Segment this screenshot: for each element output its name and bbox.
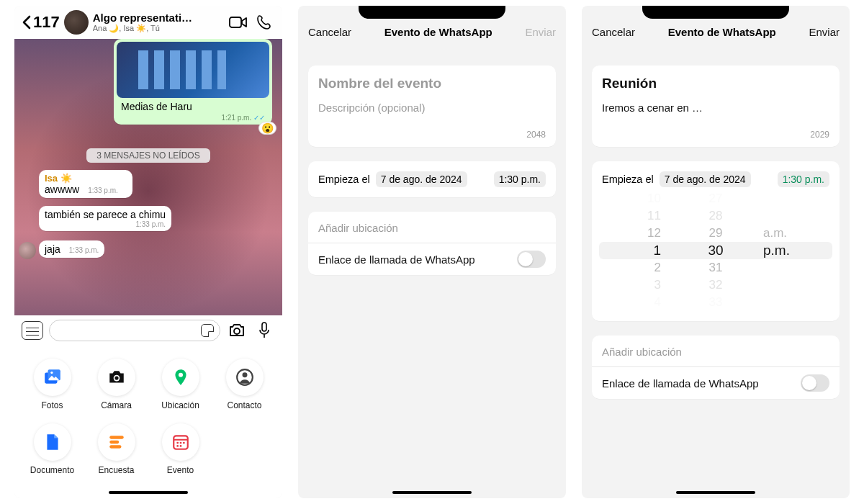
date-pill[interactable]: 7 de ago. de 2024 <box>376 171 467 187</box>
message-text: también se parece a chimu <box>45 209 166 220</box>
svg-point-15 <box>176 442 179 444</box>
message-sender: Isa ☀️ <box>45 173 127 184</box>
message-incoming[interactable]: Isa ☀️ awwww 1:33 p.m. <box>39 170 132 198</box>
notch <box>359 6 506 19</box>
message-incoming[interactable]: también se parece a chimu 1:33 p.m. <box>39 206 171 231</box>
sticker-icon[interactable] <box>201 324 214 337</box>
attach-location[interactable]: Ubicación <box>150 359 211 410</box>
time-pill[interactable]: 1:30 p.m. <box>778 171 829 187</box>
chat-title-block[interactable]: Algo representati… Ana 🌙, Isa ☀️, Tú <box>93 12 223 33</box>
screen-event-filled: Cancelar Evento de WhatsApp Enviar Reuni… <box>582 6 850 498</box>
event-extras-card: Añadir ubicación Enlace de llamada de Wh… <box>592 336 840 399</box>
event-extras-card: Añadir ubicación Enlace de llamada de Wh… <box>308 212 556 275</box>
svg-rect-11 <box>109 436 124 438</box>
message-image[interactable] <box>117 42 269 98</box>
contact-icon <box>235 368 254 387</box>
back-count: 117 <box>33 13 60 32</box>
modal-body: Nombre del evento Descripción (opcional)… <box>298 45 566 498</box>
screen-chat: 117 Algo representati… Ana 🌙, Isa ☀️, Tú… <box>14 6 282 498</box>
chat-body[interactable]: Medias de Haru 1:21 p.m. ✓✓ 😮 3 MENSAJES… <box>14 39 282 315</box>
event-desc-input[interactable]: Iremos a cenar en … <box>602 102 829 114</box>
attach-contact[interactable]: Contacto <box>214 359 275 410</box>
message-input[interactable] <box>49 320 220 341</box>
attach-label: Evento <box>167 465 194 475</box>
poll-icon <box>107 433 126 451</box>
start-label: Empieza el <box>318 174 370 185</box>
camera-icon <box>107 368 126 387</box>
svg-point-18 <box>176 445 179 447</box>
video-call-button[interactable] <box>228 12 249 33</box>
avatar[interactable] <box>64 10 89 35</box>
message-time: 1:33 p.m. <box>88 186 118 194</box>
attach-poll[interactable]: Encuesta <box>86 423 147 475</box>
attach-label: Contacto <box>227 400 261 410</box>
camera-icon <box>228 323 246 338</box>
back-button[interactable]: 117 <box>22 13 60 32</box>
event-start-card: Empieza el 7 de ago. de 2024 1:30 p.m. 1… <box>592 161 840 321</box>
event-desc-input[interactable]: Descripción (opcional) <box>318 102 546 114</box>
send-button[interactable]: Enviar <box>525 26 556 38</box>
reaction-badge[interactable]: 😮 <box>258 122 276 135</box>
start-label: Empieza el <box>602 174 654 185</box>
char-counter: 2048 <box>318 130 546 140</box>
time-pill[interactable]: 1:30 p.m. <box>494 171 546 187</box>
message-outgoing[interactable]: Medias de Haru 1:21 p.m. ✓✓ 😮 <box>114 39 272 125</box>
message-time: 1:33 p.m. <box>69 246 99 254</box>
attachment-sheet: Fotos Cámara Ubicación Contacto Document… <box>14 346 282 498</box>
location-pin-icon <box>171 368 190 387</box>
home-indicator[interactable] <box>676 491 755 494</box>
screen-event-blank: Cancelar Evento de WhatsApp Enviar Nombr… <box>298 6 566 498</box>
svg-rect-2 <box>262 323 266 331</box>
call-link-toggle[interactable] <box>801 374 829 392</box>
home-indicator[interactable] <box>109 491 188 494</box>
attach-camera[interactable]: Cámara <box>86 359 147 410</box>
location-input[interactable]: Añadir ubicación <box>602 337 829 366</box>
svg-point-7 <box>114 376 118 379</box>
attach-label: Ubicación <box>161 400 199 410</box>
send-button[interactable]: Enviar <box>809 26 840 38</box>
cancel-button[interactable]: Cancelar <box>592 26 635 38</box>
char-counter: 2029 <box>602 130 829 140</box>
event-name-input[interactable]: Reunión <box>602 76 829 91</box>
notch <box>642 6 790 19</box>
svg-point-8 <box>178 373 182 377</box>
video-icon <box>229 16 248 29</box>
voice-call-button[interactable] <box>253 12 275 33</box>
mic-icon <box>258 322 270 339</box>
chevron-left-icon <box>22 15 32 30</box>
time-picker[interactable]: 1027 1128 1229a.m. 130p.m. 231 332 433 <box>599 190 832 311</box>
svg-rect-13 <box>109 445 121 448</box>
location-input[interactable]: Añadir ubicación <box>318 213 546 243</box>
modal-title: Evento de WhatsApp <box>384 26 492 38</box>
attach-photos[interactable]: Fotos <box>22 359 83 410</box>
attach-document[interactable]: Documento <box>22 423 83 475</box>
svg-point-16 <box>179 442 181 444</box>
svg-point-5 <box>50 372 53 374</box>
camera-button[interactable] <box>226 320 248 341</box>
svg-point-17 <box>182 442 184 444</box>
message-time: 1:21 p.m. ✓✓ <box>117 114 269 122</box>
event-name-input[interactable]: Nombre del evento <box>318 76 546 91</box>
call-link-label: Enlace de llamada de WhatsApp <box>602 377 759 390</box>
home-indicator[interactable] <box>392 491 472 494</box>
message-text: awwww <box>45 184 79 195</box>
modal-title: Evento de WhatsApp <box>668 26 776 38</box>
mic-button[interactable] <box>253 320 275 341</box>
message-incoming[interactable]: jaja 1:33 p.m. <box>39 240 104 258</box>
attach-event[interactable]: Evento <box>150 423 211 475</box>
chat-title: Algo representati… <box>93 12 223 24</box>
modal-header: Cancelar Evento de WhatsApp Enviar <box>298 19 566 45</box>
message-text: jaja <box>45 243 60 255</box>
photos-icon <box>43 368 62 387</box>
keyboard-button[interactable] <box>22 321 43 340</box>
event-start-card: Empieza el 7 de ago. de 2024 1:30 p.m. <box>308 161 556 197</box>
cancel-button[interactable]: Cancelar <box>308 26 351 38</box>
attach-label: Fotos <box>41 400 63 410</box>
call-link-toggle[interactable] <box>517 251 546 268</box>
message-caption: Medias de Haru <box>117 98 269 114</box>
date-pill[interactable]: 7 de ago. de 2024 <box>660 171 751 187</box>
svg-rect-12 <box>109 441 119 444</box>
message-time: 1:33 p.m. <box>50 220 166 228</box>
event-name-card: Nombre del evento Descripción (opcional)… <box>308 66 556 147</box>
avatar[interactable] <box>19 242 36 259</box>
